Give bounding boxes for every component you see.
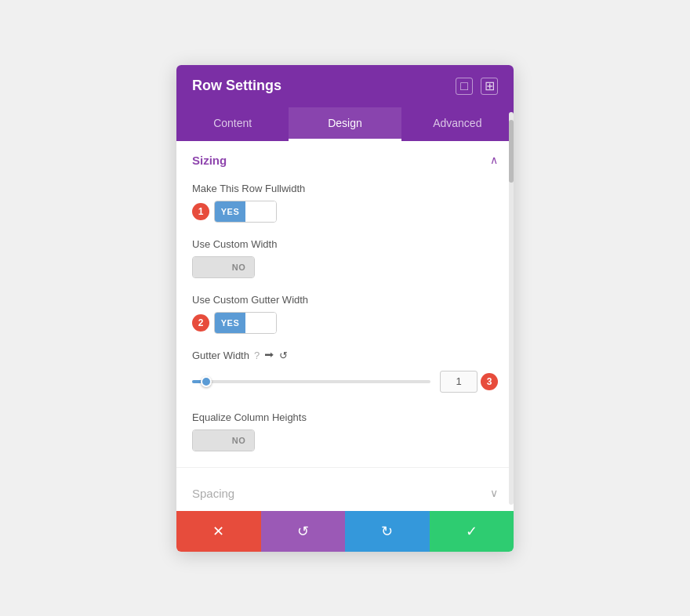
custom-width-toggle-wrap: NO	[192, 256, 498, 278]
equalize-heights-no[interactable]: NO	[223, 430, 254, 451]
equalize-heights-row: Equalize Column Heights NO	[176, 404, 514, 459]
equalize-heights-label: Equalize Column Heights	[192, 411, 498, 423]
badge-3: 3	[481, 373, 498, 390]
tab-content[interactable]: Content	[176, 107, 289, 141]
make-fullwidth-yes[interactable]: YES	[215, 201, 245, 222]
custom-width-no[interactable]: NO	[223, 257, 254, 277]
custom-width-toggle[interactable]: NO	[192, 256, 255, 278]
expand-icon[interactable]: □	[456, 78, 473, 95]
panel-header: Row Settings □ ⊞	[176, 65, 514, 107]
scrollbar[interactable]	[509, 112, 514, 505]
custom-gutter-toggle[interactable]: YES	[214, 312, 277, 334]
row-settings-panel: Row Settings □ ⊞ Content Design Advanced…	[176, 65, 514, 552]
equalize-heights-toggle-wrap: NO	[192, 429, 498, 451]
undo-button[interactable]: ↺	[261, 511, 346, 552]
custom-gutter-no[interactable]	[245, 313, 276, 333]
custom-gutter-yes[interactable]: YES	[215, 313, 245, 333]
make-fullwidth-row: Make This Row Fullwidth 1 YES	[176, 175, 514, 230]
custom-gutter-row: Use Custom Gutter Width 2 YES	[176, 286, 514, 342]
gutter-value[interactable]: 1	[440, 371, 478, 393]
equalize-heights-yes[interactable]	[193, 430, 223, 451]
equalize-heights-toggle[interactable]: NO	[192, 429, 255, 451]
reset-icon[interactable]: ↺	[279, 350, 288, 361]
gutter-slider-track[interactable]	[192, 380, 430, 383]
undo-icon: ↺	[297, 523, 309, 540]
spacing-section-title: Spacing	[192, 487, 234, 500]
spacing-expand-icon[interactable]: ∨	[490, 487, 498, 499]
save-icon: ✓	[466, 523, 478, 540]
make-fullwidth-label: Make This Row Fullwidth	[192, 183, 498, 194]
sizing-collapse-icon[interactable]: ∧	[490, 154, 498, 166]
sizing-section-title: Sizing	[192, 154, 227, 167]
gutter-slider-thumb[interactable]	[201, 376, 212, 387]
close-button[interactable]: ✕	[176, 511, 261, 552]
save-button[interactable]: ✓	[430, 511, 514, 552]
grid-icon[interactable]: ⊞	[481, 78, 498, 95]
scrollbar-thumb[interactable]	[509, 120, 514, 183]
custom-gutter-toggle-wrap: 2 YES	[192, 312, 498, 334]
badge-1: 1	[192, 203, 209, 220]
custom-gutter-label: Use Custom Gutter Width	[192, 294, 498, 306]
tab-bar: Content Design Advanced	[176, 107, 514, 141]
gutter-label-row: Gutter Width ? ⮕ ↺	[192, 350, 498, 361]
sizing-section-header: Sizing ∧	[176, 141, 514, 175]
panel-body: Sizing ∧ Make This Row Fullwidth 1 YES U…	[176, 141, 514, 511]
panel-title: Row Settings	[192, 78, 281, 94]
header-icons: □ ⊞	[456, 78, 498, 95]
make-fullwidth-toggle-wrap: 1 YES	[192, 201, 498, 223]
section-divider	[176, 467, 514, 468]
tab-advanced[interactable]: Advanced	[401, 107, 514, 141]
redo-icon: ↻	[381, 523, 393, 540]
gutter-value-wrap: 1 3	[440, 371, 498, 393]
tab-design[interactable]: Design	[289, 107, 401, 141]
make-fullwidth-toggle[interactable]: YES	[214, 201, 277, 223]
custom-width-yes[interactable]	[193, 257, 223, 277]
gutter-width-row: Gutter Width ? ⮕ ↺ 1 3	[176, 342, 514, 404]
custom-width-row: Use Custom Width NO	[176, 230, 514, 286]
custom-width-label: Use Custom Width	[192, 238, 498, 250]
badge-2: 2	[192, 314, 209, 332]
question-icon[interactable]: ?	[254, 350, 260, 361]
close-icon: ✕	[212, 523, 224, 540]
panel-footer: ✕ ↺ ↻ ✓	[176, 511, 514, 552]
gutter-width-label: Gutter Width	[192, 350, 249, 361]
spacing-section-header: Spacing ∨	[176, 476, 514, 511]
redo-button[interactable]: ↻	[345, 511, 430, 552]
cursor-icon[interactable]: ⮕	[264, 350, 274, 361]
gutter-slider-row: 1 3	[192, 368, 498, 396]
make-fullwidth-no[interactable]	[245, 201, 276, 222]
